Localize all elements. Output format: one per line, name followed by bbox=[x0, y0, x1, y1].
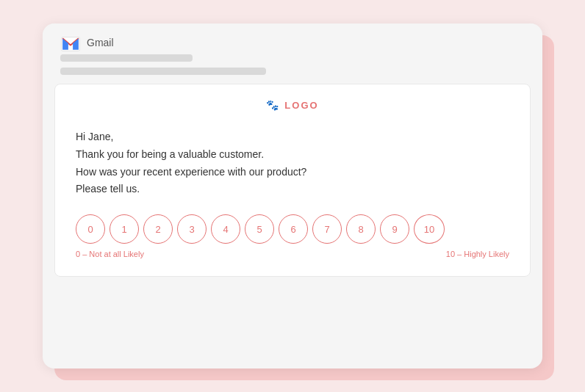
gmail-logo-row: Gmail bbox=[60, 37, 525, 48]
nps-button-7[interactable]: 7 bbox=[312, 214, 342, 244]
email-line1: Thank you for being a valuable customer. bbox=[76, 146, 509, 164]
nps-button-3[interactable]: 3 bbox=[177, 214, 207, 244]
gmail-text-label: Gmail bbox=[87, 37, 114, 48]
nps-buttons-row: 012345678910 bbox=[76, 214, 509, 244]
email-greeting: Hi Jane, bbox=[76, 128, 509, 146]
brand-logo-area: 🐾 LOGO bbox=[76, 99, 509, 111]
header-line-from bbox=[60, 68, 266, 75]
gmail-m-logo bbox=[60, 34, 81, 54]
nps-button-6[interactable]: 6 bbox=[279, 214, 308, 244]
nps-button-4[interactable]: 4 bbox=[211, 214, 240, 244]
nps-scale: 012345678910 0 – Not at all Likely 10 – … bbox=[76, 214, 509, 258]
nps-label-low: 0 – Not at all Likely bbox=[76, 250, 144, 258]
email-body: 🐾 LOGO Hi Jane, Thank you for being a va… bbox=[54, 84, 531, 277]
paw-icon: 🐾 bbox=[266, 99, 280, 111]
email-line3: Please tell us. bbox=[76, 181, 509, 198]
email-content: Hi Jane, Thank you for being a valuable … bbox=[76, 128, 509, 198]
email-line2: How was your recent experience with our … bbox=[76, 164, 509, 181]
nps-label-high: 10 – Highly Likely bbox=[446, 250, 509, 258]
nps-labels-row: 0 – Not at all Likely 10 – Highly Likely bbox=[76, 250, 509, 258]
nps-button-8[interactable]: 8 bbox=[346, 214, 376, 244]
nps-button-0[interactable]: 0 bbox=[76, 214, 105, 244]
email-preview-container: Gmail 🐾 LOGO Hi Jane, Thank you for bein… bbox=[43, 23, 542, 369]
nps-button-9[interactable]: 9 bbox=[380, 214, 409, 244]
nps-button-1[interactable]: 1 bbox=[110, 214, 139, 244]
nps-button-5[interactable]: 5 bbox=[245, 214, 274, 244]
nps-button-10[interactable]: 10 bbox=[414, 214, 445, 244]
header-line-subject bbox=[60, 54, 193, 62]
logo-text: LOGO bbox=[284, 100, 318, 111]
nps-button-2[interactable]: 2 bbox=[143, 214, 173, 244]
gmail-header: Gmail bbox=[43, 23, 542, 84]
email-card: Gmail 🐾 LOGO Hi Jane, Thank you for bein… bbox=[43, 23, 542, 369]
